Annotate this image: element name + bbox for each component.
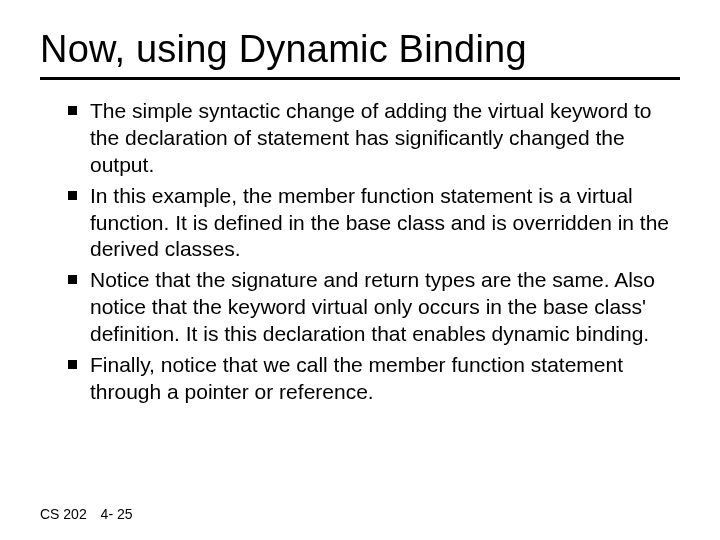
footer-page: 4- 25	[101, 506, 133, 522]
slide-title: Now, using Dynamic Binding	[40, 28, 680, 71]
square-bullet-icon	[68, 106, 77, 115]
list-item: Notice that the signature and return typ…	[68, 267, 680, 348]
list-item: In this example, the member function sta…	[68, 183, 680, 264]
bullet-list: The simple syntactic change of adding th…	[40, 98, 680, 406]
square-bullet-icon	[68, 275, 77, 284]
square-bullet-icon	[68, 360, 77, 369]
square-bullet-icon	[68, 191, 77, 200]
slide: Now, using Dynamic Binding The simple sy…	[0, 0, 720, 540]
bullet-text: Notice that the signature and return typ…	[90, 268, 655, 345]
list-item: The simple syntactic change of adding th…	[68, 98, 680, 179]
title-bar: Now, using Dynamic Binding	[40, 28, 680, 80]
bullet-text: In this example, the member function sta…	[90, 184, 669, 261]
slide-footer: CS 202 4- 25	[40, 506, 133, 522]
bullet-text: The simple syntactic change of adding th…	[90, 99, 651, 176]
list-item: Finally, notice that we call the member …	[68, 352, 680, 406]
footer-course: CS 202	[40, 506, 87, 522]
bullet-text: Finally, notice that we call the member …	[90, 353, 623, 403]
